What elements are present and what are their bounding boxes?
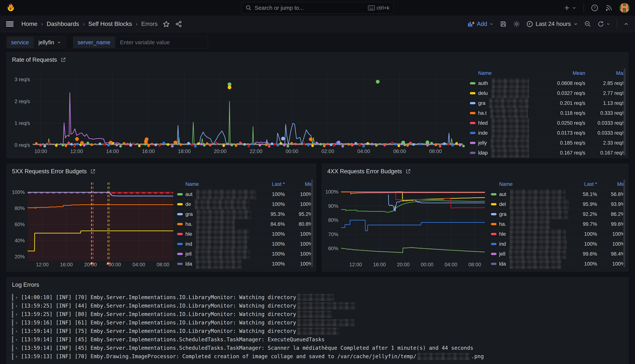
- legend-row[interactable]: lda 100% 100%: [177, 259, 313, 269]
- log-row[interactable]: › [13:59:14] [INF] [75] Emby.Server.Impl…: [12, 327, 623, 335]
- legend-row[interactable]: hle 100% 100%: [491, 229, 625, 239]
- settings-button[interactable]: [513, 20, 520, 28]
- legend-col-2[interactable]: Min: [597, 181, 625, 187]
- log-row[interactable]: › [13:59:25] [INF] [44] Emby.Server.Impl…: [12, 302, 623, 310]
- series-name[interactable]: jell: [499, 251, 505, 257]
- series-name[interactable]: gra: [478, 100, 485, 106]
- series-name[interactable]: hle: [185, 231, 192, 237]
- log-row[interactable]: › [14:00:10] [INF] [70] Emby.Server.Impl…: [12, 293, 623, 302]
- series-name[interactable]: jelly: [478, 140, 487, 146]
- legend-col-name[interactable]: Name: [478, 70, 492, 76]
- series-name[interactable]: ha.: [499, 221, 506, 227]
- series-name[interactable]: de: [185, 202, 191, 207]
- time-range-picker[interactable]: Last 24 hours: [526, 21, 578, 28]
- legend-row[interactable]: gra 95.3% 95.2%: [177, 209, 313, 219]
- favorite-button[interactable]: [163, 21, 170, 28]
- 4xx-chart[interactable]: 60%70%80%90%100%12:0016:0020:0000:0004:0…: [323, 176, 490, 270]
- legend-row[interactable]: jell 99.6% 98.4%: [491, 249, 625, 259]
- save-dashboard-button[interactable]: [500, 21, 507, 28]
- zoom-out-button[interactable]: [584, 21, 591, 28]
- breadcrumb-item-dashboards[interactable]: Dashboards: [47, 20, 79, 28]
- series-name[interactable]: jell: [185, 251, 192, 257]
- user-avatar[interactable]: [619, 3, 629, 13]
- expand-row-icon[interactable]: ›: [15, 337, 18, 342]
- legend-col-1[interactable]: Mean: [529, 70, 585, 76]
- series-name[interactable]: aut: [185, 192, 193, 197]
- legend-row[interactable]: hled 0.0250 req/s 0.0333 req/s: [470, 118, 625, 128]
- legend-row[interactable]: inde 0.0173 req/s 0.0333 req/s: [470, 128, 625, 138]
- rate-chart[interactable]: 0 req/s1 req/s2 req/s3 req/s10:0012:0014…: [9, 66, 472, 156]
- legend-row[interactable]: de 100% 100%: [177, 199, 313, 209]
- refresh-button[interactable]: [597, 21, 610, 28]
- expand-row-icon[interactable]: ›: [15, 312, 18, 317]
- legend-row[interactable]: ha. 99.7% 99.6%: [491, 219, 625, 229]
- external-link-icon[interactable]: [405, 168, 411, 174]
- expand-row-icon[interactable]: ›: [15, 345, 18, 351]
- external-link-icon[interactable]: [90, 168, 96, 174]
- legend-row[interactable]: aut 100% 100%: [177, 189, 313, 199]
- series-name[interactable]: lda: [499, 261, 506, 267]
- legend-row[interactable]: jell 100% 100%: [177, 249, 313, 259]
- legend-col-name[interactable]: Name: [185, 181, 199, 187]
- log-row[interactable]: › [13:59:14] [INF] [45] Emby.Server.Impl…: [12, 344, 623, 352]
- legend-row[interactable]: lda 100% 100%: [491, 259, 625, 269]
- series-name[interactable]: inde: [478, 130, 488, 136]
- legend-row[interactable]: ldap 0.167 req/s 0.167 req/s: [470, 148, 625, 158]
- grafana-logo[interactable]: [6, 2, 16, 14]
- legend-row[interactable]: hle 100% 100%: [177, 229, 313, 239]
- series-name[interactable]: delu: [478, 90, 488, 96]
- legend-row[interactable]: ind 100% 100%: [177, 239, 313, 249]
- legend-col-2[interactable]: Max: [585, 70, 625, 76]
- breadcrumb-item-self-host-blocks[interactable]: Self Host Blocks: [88, 20, 132, 28]
- share-button[interactable]: [175, 21, 182, 28]
- expand-row-icon[interactable]: ›: [15, 320, 18, 326]
- external-link-icon[interactable]: [61, 57, 66, 63]
- legend-col-2[interactable]: Min: [285, 181, 313, 187]
- legend-row[interactable]: aut 58.1% 56.8%: [491, 189, 625, 199]
- legend-col-1[interactable]: Last *: [257, 181, 285, 187]
- legend-scrollbar[interactable]: [624, 68, 625, 156]
- variable-servername-input[interactable]: [116, 36, 208, 48]
- new-button[interactable]: [564, 5, 576, 11]
- legend-row[interactable]: del 95.9% 93.9%: [491, 199, 625, 209]
- series-name[interactable]: gra: [499, 211, 506, 217]
- series-name[interactable]: ha.: [185, 221, 193, 227]
- legend-scrollbar[interactable]: [311, 179, 313, 268]
- log-row[interactable]: › [13:59:14] [INF] [45] Emby.Server.Impl…: [12, 335, 623, 344]
- legend-row[interactable]: jelly 0.185 req/s 2.33 req/s: [470, 138, 625, 148]
- log-row[interactable]: › [13:59:13] [INF] [70] Emby.Drawing.Ima…: [12, 352, 623, 360]
- add-panel-button[interactable]: Add: [468, 21, 493, 28]
- variable-service-select[interactable]: jellyfin: [34, 36, 66, 48]
- news-button[interactable]: [605, 4, 612, 12]
- legend-scrollbar[interactable]: [623, 179, 625, 268]
- legend-row[interactable]: ha. 84.6% 80.8%: [177, 219, 313, 229]
- log-row[interactable]: › [13:59:16] [INF] [61] Emby.Server.Impl…: [12, 318, 623, 327]
- legend-row[interactable]: delu 0.0327 req/s 2.77 req/s: [470, 88, 625, 98]
- legend-row[interactable]: gra 0.201 req/s 1.13 req/s: [470, 98, 625, 108]
- series-name[interactable]: ha.t: [478, 110, 487, 116]
- legend-col-1[interactable]: Last *: [569, 181, 597, 187]
- search-input[interactable]: Search or jump to... ctrl+k: [241, 2, 394, 14]
- series-name[interactable]: ind: [499, 241, 506, 247]
- collapse-bar-button[interactable]: [623, 21, 629, 27]
- legend-row[interactable]: gra 92.2% 86.2%: [491, 209, 625, 219]
- series-name[interactable]: ind: [185, 241, 192, 247]
- expand-row-icon[interactable]: ›: [15, 294, 18, 300]
- expand-row-icon[interactable]: ›: [15, 354, 18, 359]
- 5xx-chart[interactable]: 20%40%60%80%100%12:0016:0020:0000:0004:0…: [8, 176, 179, 270]
- legend-row[interactable]: ind 100% 100%: [491, 239, 625, 249]
- menu-button[interactable]: [6, 21, 14, 27]
- series-name[interactable]: auth: [478, 80, 488, 86]
- expand-row-icon[interactable]: ›: [15, 328, 18, 334]
- expand-row-icon[interactable]: ›: [15, 303, 18, 309]
- series-name[interactable]: hle: [499, 231, 506, 237]
- legend-col-name[interactable]: Name: [499, 181, 513, 187]
- series-name[interactable]: hled: [478, 120, 488, 126]
- log-row[interactable]: › [13:59:25] [INF] [80] Emby.Server.Impl…: [12, 310, 623, 318]
- breadcrumb-item-home[interactable]: Home: [22, 20, 37, 28]
- help-button[interactable]: ?: [591, 4, 598, 12]
- series-name[interactable]: aut: [499, 192, 506, 197]
- legend-row[interactable]: auth 0.0608 req/s 2.85 req/s: [470, 78, 625, 88]
- series-name[interactable]: gra: [185, 211, 193, 217]
- legend-row[interactable]: ha.t 0.118 req/s 0.333 req/s: [470, 108, 625, 118]
